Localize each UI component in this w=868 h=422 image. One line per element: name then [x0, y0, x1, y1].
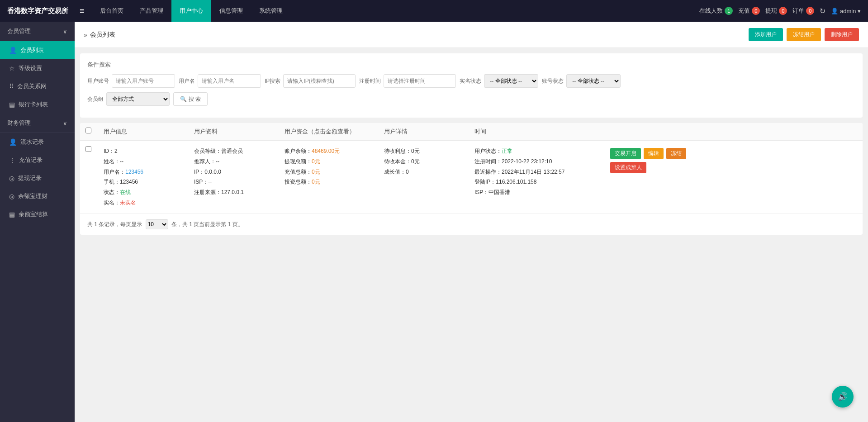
floating-action-button[interactable]: 🔊 [832, 386, 854, 408]
sidebar: 会员管理 ∨ 👤 会员列表 ☆ 等级设置 ⠿ 会员关系网 ▤ 银行卡列表 财务管… [0, 22, 75, 422]
membergroup-select[interactable]: 全部方式 [106, 92, 170, 106]
username-link[interactable]: 123456 [125, 169, 143, 175]
sidebar-item-level[interactable]: ☆ 等级设置 [0, 59, 75, 77]
sidebar-group-member[interactable]: 会员管理 ∨ [0, 22, 75, 41]
trade-open-button[interactable]: 交易开启 [610, 148, 641, 159]
sidebar-item-yebao-settle[interactable]: ▤ 余额宝结算 [0, 205, 75, 223]
search-button[interactable]: 🔍 搜 索 [173, 92, 208, 106]
top-right-stats: 在线人数 1 充值 0 提现 0 订单 0 ↻ 👤 admin ▾ [699, 7, 861, 15]
user-funds-cell: 账户余额：48469.00元 提现总额：0元 充值总额：0元 投资总额：0元 [279, 146, 379, 187]
regtime-label: 注册时间 [359, 77, 381, 85]
menu-toggle-icon[interactable]: ≡ [80, 6, 85, 16]
search-field-account: 用户账号 [87, 74, 175, 88]
recharge-badge: 0 [752, 7, 760, 15]
stat-withdraw: 提现 0 [765, 7, 787, 15]
col-checkbox [80, 128, 98, 136]
account-status-label: 账号状态 [542, 77, 564, 85]
search-panel: 条件搜索 用户账号 用户名 IP搜索 注册时间 [80, 53, 863, 118]
admin-user[interactable]: 👤 admin ▾ [831, 8, 861, 14]
user-online-status: 在线 [120, 189, 131, 195]
sidebar-item-member-list[interactable]: 👤 会员列表 [0, 41, 75, 59]
edit-user-button[interactable]: 编辑 [644, 148, 664, 159]
stat-recharge: 充值 0 [738, 7, 760, 15]
user-info-cell: ID：2 姓名：-- 用户名：123456 手机：123456 状态：在线 实名… [98, 146, 189, 208]
verified-label: 实名状态 [460, 77, 481, 85]
breadcrumb: » 会员列表 [84, 31, 115, 39]
yebao-icon: ◎ [9, 193, 14, 200]
withdraw-badge: 0 [779, 7, 787, 15]
breadcrumb-current: 会员列表 [90, 31, 115, 39]
col-userdetail: 用户详情 [379, 128, 469, 136]
brand-logo: 香港数字资产交易所 [7, 7, 80, 15]
account-input[interactable] [112, 74, 175, 88]
stat-orders: 订单 0 [792, 7, 814, 15]
table-row: ID：2 姓名：-- 用户名：123456 手机：123456 状态：在线 实名… [80, 141, 863, 214]
recharge-icon: ⋮ [9, 156, 15, 164]
sidebar-item-network[interactable]: ⠿ 会员关系网 [0, 77, 75, 95]
search-panel-title: 条件搜索 [87, 61, 855, 69]
row-checkbox-cell [80, 146, 98, 152]
level-icon: ☆ [9, 65, 15, 72]
stat-online: 在线人数 1 [699, 7, 733, 15]
username-label: 用户名 [179, 77, 195, 85]
freeze-user-button[interactable]: 冻结用户 [787, 28, 821, 41]
sidebar-item-bankcard[interactable]: ▤ 银行卡列表 [0, 95, 75, 114]
freeze-row-button[interactable]: 冻结 [666, 148, 686, 159]
user-status-normal: 正常 [502, 148, 512, 154]
action-buttons: 交易开启 编辑 冻结 设置成辨人 [610, 146, 690, 173]
search-field-membergroup: 会员组 全部方式 [87, 92, 170, 106]
nav-item-dashboard[interactable]: 后台首页 [92, 0, 132, 22]
col-actions [605, 128, 695, 136]
nav-item-system[interactable]: 系统管理 [251, 0, 291, 22]
row-actions-cell: 交易开启 编辑 冻结 设置成辨人 [605, 146, 695, 173]
search-field-username: 用户名 [179, 74, 261, 88]
bankcard-icon: ▤ [9, 101, 15, 108]
invest-link[interactable]: 0元 [312, 179, 320, 185]
account-status-select[interactable]: -- 全部状态 -- [566, 74, 621, 88]
nav-item-info[interactable]: 信息管理 [211, 0, 251, 22]
recharge-link[interactable]: 0元 [312, 169, 320, 175]
delete-user-button[interactable]: 删除用户 [825, 28, 859, 41]
verified-select[interactable]: -- 全部状态 -- [484, 74, 538, 88]
nav-menu: 后台首页 产品管理 用户中心 信息管理 系统管理 [92, 0, 700, 22]
withdraw-icon: ◎ [9, 175, 14, 182]
breadcrumb-bar: » 会员列表 添加用户 冻结用户 删除用户 [75, 22, 868, 48]
sidebar-item-yebao[interactable]: ◎ 余额宝理财 [0, 187, 75, 205]
per-page-select[interactable]: 10 20 50 [146, 219, 168, 229]
col-userdata: 用户资料 [189, 128, 279, 136]
main-layout: 会员管理 ∨ 👤 会员列表 ☆ 等级设置 ⠿ 会员关系网 ▤ 银行卡列表 财务管… [0, 22, 868, 422]
sidebar-group-finance[interactable]: 财务管理 ∨ [0, 114, 75, 133]
online-badge: 1 [725, 7, 733, 15]
username-input[interactable] [198, 74, 261, 88]
nav-item-products[interactable]: 产品管理 [132, 0, 171, 22]
membergroup-label: 会员组 [87, 95, 104, 103]
top-navigation: 香港数字资产交易所 ≡ 后台首页 产品管理 用户中心 信息管理 系统管理 在线人… [0, 0, 868, 22]
add-user-button[interactable]: 添加用户 [749, 28, 783, 41]
account-label: 用户账号 [87, 77, 109, 85]
search-row-2: 会员组 全部方式 🔍 搜 索 [87, 92, 855, 106]
select-all-checkbox[interactable] [85, 128, 91, 133]
search-field-account-status: 账号状态 -- 全部状态 -- [542, 74, 621, 88]
table-area: 用户信息 用户资料 用户资金（点击金额查看） 用户详情 时间 ID：2 姓名：-… [80, 123, 863, 235]
regtime-input[interactable] [384, 74, 456, 88]
balance-link[interactable]: 48469.00元 [312, 148, 340, 154]
sidebar-item-withdraw[interactable]: ◎ 提现记录 [0, 169, 75, 187]
network-icon: ⠿ [9, 83, 14, 90]
yebao-settle-icon: ▤ [9, 211, 15, 218]
member-list-icon: 👤 [9, 47, 17, 54]
orders-badge: 0 [806, 7, 814, 15]
floating-icon: 🔊 [838, 392, 848, 402]
breadcrumb-actions: 添加用户 冻结用户 删除用户 [749, 28, 859, 41]
main-content-area: » 会员列表 添加用户 冻结用户 删除用户 条件搜索 用户账号 用户名 [75, 22, 868, 422]
set-agent-button[interactable]: 设置成辨人 [610, 162, 646, 173]
sidebar-item-recharge[interactable]: ⋮ 充值记录 [0, 151, 75, 169]
table-header: 用户信息 用户资料 用户资金（点击金额查看） 用户详情 时间 [80, 123, 863, 141]
col-time: 时间 [469, 128, 605, 136]
refresh-icon[interactable]: ↻ [820, 7, 825, 15]
user-time-cell: 用户状态：正常 注册时间：2022-10-22 23:12:10 最近操作：20… [469, 146, 605, 198]
ip-input[interactable] [283, 74, 356, 88]
row-checkbox[interactable] [85, 146, 91, 152]
withdraw-link[interactable]: 0元 [312, 158, 320, 165]
nav-item-users[interactable]: 用户中心 [171, 0, 211, 22]
sidebar-item-flow[interactable]: 👤 流水记录 [0, 133, 75, 151]
